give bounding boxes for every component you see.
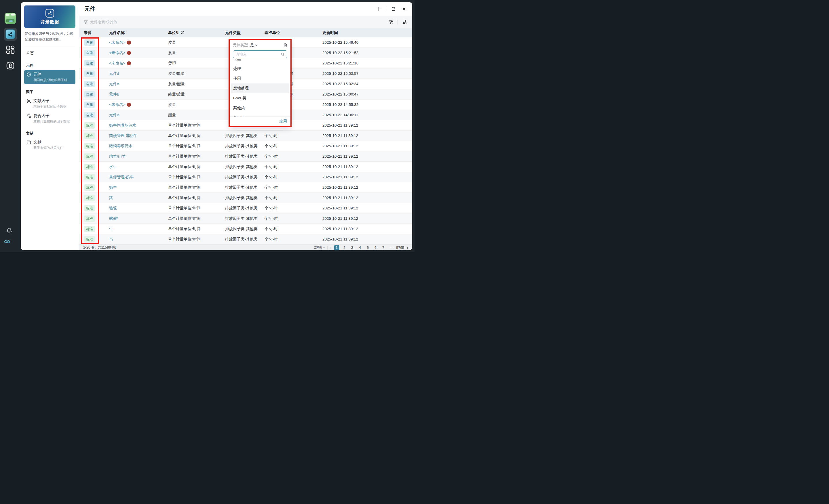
column-header-来源[interactable]: 来源: [79, 30, 109, 35]
sidebar-item-元件[interactable]: 元件相同物质/活动的因子组: [24, 70, 75, 84]
page-button-3[interactable]: 3: [350, 246, 355, 250]
dropdown-option-运输[interactable]: 运输: [230, 59, 290, 64]
column-header-元件类型[interactable]: 元件类型: [225, 30, 264, 35]
table-row[interactable]: 标准牛单个计量单位*时间排放因子类-其他类个*小时2025-10-21 11:3…: [79, 224, 412, 234]
bell-icon[interactable]: [5, 227, 13, 234]
magnifier-icon: [281, 52, 285, 56]
column-header-更新时间[interactable]: 更新时间: [322, 30, 412, 35]
name-cell: 奶牛饲养场污水: [109, 123, 168, 128]
sidebar-item-label: 文献因子: [33, 99, 49, 104]
sidebar-item-文献因子[interactable]: 文献因子来源于文献的因子数据: [24, 96, 75, 111]
source-badge: 自建: [84, 60, 95, 67]
table-row[interactable]: 标准粪便管理-非奶牛单个计量单位*时间排放因子类-其他类个*小时2025-10-…: [79, 130, 412, 141]
dropdown-search-input[interactable]: [236, 52, 281, 56]
update-time-cell: 2025-10-21 11:39:12: [322, 154, 412, 158]
component-name-link[interactable]: 奶牛饲养场污水: [109, 123, 137, 128]
table-row[interactable]: 标准马单个计量单位*时间排放因子类-其他类个*小时2025-10-21 11:3…: [79, 234, 412, 244]
table-row[interactable]: 标准粪便管理-奶牛单个计量单位*时间排放因子类-其他类个*小时2025-10-2…: [79, 172, 412, 182]
unit-group-cell: 能量/质量: [168, 92, 225, 97]
plus-icon[interactable]: [375, 6, 382, 12]
component-name-link[interactable]: <未命名>: [109, 50, 125, 55]
component-name-link[interactable]: 元件c: [109, 81, 119, 87]
apply-button[interactable]: 应用: [279, 119, 287, 124]
grid-apps-icon[interactable]: [5, 45, 15, 55]
sidebar-item-desc: 因子来源的相关文件: [33, 146, 73, 150]
component-name-link[interactable]: 粪便管理-非奶牛: [109, 133, 138, 139]
dropdown-option-使用[interactable]: 使用: [230, 74, 290, 83]
column-header-元件名称[interactable]: 元件名称: [109, 30, 168, 35]
column-header-基准单位[interactable]: 基准单位: [264, 30, 322, 35]
page-size-select[interactable]: 20/页 ▾: [314, 245, 324, 250]
trash-icon[interactable]: [283, 43, 287, 47]
page-button-5[interactable]: 5: [365, 246, 370, 250]
component-name-link[interactable]: 奶牛: [109, 185, 117, 190]
component-name-link[interactable]: 元件B: [109, 92, 119, 97]
component-name-link[interactable]: 骆驼: [109, 206, 117, 211]
table-row[interactable]: 标准水牛单个计量单位*时间排放因子类-其他类个*小时2025-10-21 11:…: [79, 162, 412, 172]
chevron-left-icon[interactable]: ‹: [330, 246, 332, 250]
items-summary: 1-20项，共115894项: [83, 245, 116, 250]
component-name-link[interactable]: <未命名>: [109, 102, 125, 107]
detach-window-icon[interactable]: [390, 6, 397, 12]
name-cell: 牛: [109, 226, 168, 232]
component-name-link[interactable]: <未命名>: [109, 40, 125, 45]
page-button-4[interactable]: 4: [358, 246, 363, 250]
unit-group-cell: 质量: [168, 40, 225, 45]
component-name-link[interactable]: 粪便管理-奶牛: [109, 175, 134, 180]
component-name-link[interactable]: 猪: [109, 195, 113, 200]
table-row[interactable]: 标准骡/驴单个计量单位*时间排放因子类-其他类个*小时2025-10-21 11…: [79, 214, 412, 224]
page-button-2[interactable]: 2: [342, 246, 347, 250]
dropdown-option-基本流[interactable]: 基本流: [230, 113, 290, 117]
component-name-link[interactable]: 猪饲养场污水: [109, 144, 133, 149]
update-time-cell: 2025-10-22 15:03:57: [322, 71, 412, 76]
component-name-link[interactable]: 骡/驴: [109, 216, 118, 221]
dropdown-option-label: 处理: [233, 67, 241, 71]
table-header-row: 来源元件名称单位组 元件类型基准单位更新时间: [79, 28, 412, 37]
source-cell: 自建: [79, 81, 109, 87]
chevron-right-icon[interactable]: ›: [407, 246, 408, 250]
share-app-icon-active[interactable]: [5, 29, 15, 39]
infinity-logo-icon[interactable]: ∞: [4, 236, 10, 246]
sidebar-item-文献[interactable]: 文献因子来源的相关文件: [24, 138, 75, 152]
component-name-link[interactable]: 水牛: [109, 164, 117, 169]
unit-group-cell: 单个计量单位*时间: [168, 206, 225, 211]
table-row[interactable]: 标准猪单个计量单位*时间排放因子类-其他类个*小时2025-10-21 11:3…: [79, 193, 412, 203]
source-badge: 标准: [84, 143, 95, 149]
operator-select[interactable]: 是: [250, 43, 258, 48]
table-row[interactable]: 标准猪饲养场污水单个计量单位*时间排放因子类-其他类个*小时2025-10-21…: [79, 141, 412, 151]
page-button-7[interactable]: 7: [381, 246, 386, 250]
sidebar-item-复合因子[interactable]: 复合因子建模计算获得的因子数据: [24, 111, 75, 126]
dropdown-option-其他类[interactable]: 其他类: [230, 103, 290, 113]
search-input[interactable]: 元件名称或其他: [90, 20, 117, 25]
component-name-link[interactable]: 元件d: [109, 71, 119, 76]
source-badge: 自建: [84, 50, 95, 56]
sliders-icon[interactable]: [401, 19, 407, 25]
component-name-link[interactable]: 绵羊/山羊: [109, 154, 126, 159]
name-cell: <未命名>!: [109, 102, 168, 107]
page-button-6[interactable]: 6: [373, 246, 378, 250]
component-name-link[interactable]: 牛: [109, 226, 113, 232]
sidebar-item-home[interactable]: 首页: [24, 47, 75, 58]
column-header-单位组[interactable]: 单位组: [168, 30, 225, 35]
name-cell: 水牛: [109, 164, 168, 169]
dropdown-option-废物处理[interactable]: 废物处理: [231, 83, 289, 93]
source-cell: 标准: [79, 216, 109, 222]
source-badge: 标准: [84, 226, 95, 232]
lock-icon[interactable]: [5, 61, 15, 71]
source-badge: 自建: [84, 39, 95, 46]
dropdown-option-GWP类[interactable]: GWP类: [230, 93, 290, 103]
component-name-link[interactable]: <未命名>: [109, 61, 125, 66]
page-button-1[interactable]: 1: [334, 245, 339, 250]
page-button-5795[interactable]: 5795: [396, 246, 404, 250]
table-row[interactable]: 标准骆驼单个计量单位*时间排放因子类-其他类个*小时2025-10-21 11:…: [79, 203, 412, 214]
dropdown-option-处理[interactable]: 处理: [230, 64, 290, 74]
table-row[interactable]: 标准奶牛单个计量单位*时间排放因子类-其他类个*小时2025-10-21 11:…: [79, 182, 412, 193]
green-app-icon[interactable]: [5, 13, 16, 24]
component-name-link[interactable]: 元件A: [109, 113, 119, 118]
base-unit-cell: 个*小时: [264, 206, 322, 211]
table-row[interactable]: 标准绵羊/山羊单个计量单位*时间排放因子类-其他类个*小时2025-10-21 …: [79, 151, 412, 162]
filter-reset-icon[interactable]: [388, 19, 394, 25]
component-name-link[interactable]: 马: [109, 237, 113, 242]
warning-icon: !: [127, 61, 131, 65]
close-icon[interactable]: [401, 6, 407, 12]
